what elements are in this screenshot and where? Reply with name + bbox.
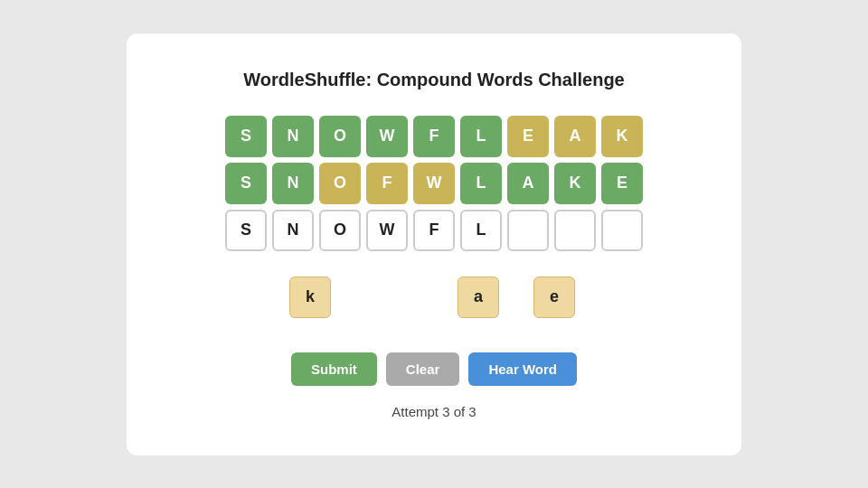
letter-tile-e[interactable]: e	[533, 277, 575, 318]
cell-2-6: L	[460, 163, 502, 204]
cell-3-3: O	[319, 210, 361, 251]
submit-button[interactable]: Submit	[291, 352, 377, 386]
game-title: WordleShuffle: Compound Words Challenge	[243, 70, 624, 90]
grid-row-1: S N O W F L E A K	[225, 116, 643, 157]
cell-2-1: S	[225, 163, 267, 204]
cell-2-3: O	[319, 163, 361, 204]
cell-1-6: L	[460, 116, 502, 157]
action-buttons: Submit Clear Hear Word	[291, 352, 577, 386]
cell-3-2: N	[272, 210, 314, 251]
cell-1-7: E	[507, 116, 549, 157]
cell-3-5: F	[413, 210, 455, 251]
cell-3-8	[554, 210, 596, 251]
game-card: WordleShuffle: Compound Words Challenge …	[127, 33, 741, 455]
grid-row-3: S N O W F L	[225, 210, 643, 251]
cell-1-9: K	[601, 116, 643, 157]
cell-2-2: N	[272, 163, 314, 204]
cell-1-4: W	[366, 116, 408, 157]
grid-row-2: S N O F W L A K E	[225, 163, 643, 204]
cell-1-3: O	[319, 116, 361, 157]
cell-2-4: F	[366, 163, 408, 204]
cell-3-1: S	[225, 210, 267, 251]
attempt-counter: Attempt 3 of 3	[392, 404, 476, 419]
cell-1-1: S	[225, 116, 267, 157]
clear-button[interactable]: Clear	[386, 352, 460, 386]
cell-2-5: W	[413, 163, 455, 204]
game-grid: S N O W F L E A K S N O F W L A K E S N …	[225, 116, 643, 251]
cell-2-7: A	[507, 163, 549, 204]
cell-1-2: N	[272, 116, 314, 157]
hear-word-button[interactable]: Hear Word	[468, 352, 577, 386]
cell-2-8: K	[554, 163, 596, 204]
cell-3-9	[601, 210, 643, 251]
cell-3-6: L	[460, 210, 502, 251]
cell-2-9: E	[601, 163, 643, 204]
cell-3-4: W	[366, 210, 408, 251]
letter-tile-a[interactable]: a	[458, 277, 499, 318]
cell-3-7	[507, 210, 549, 251]
cell-1-8: A	[554, 116, 596, 157]
letter-tile-k[interactable]: k	[289, 277, 331, 318]
letter-tiles-row: k a e	[289, 277, 579, 327]
cell-1-5: F	[413, 116, 455, 157]
